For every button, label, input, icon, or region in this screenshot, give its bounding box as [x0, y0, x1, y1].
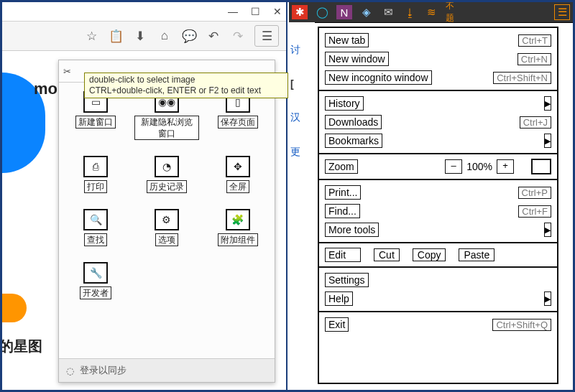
- menu-settings[interactable]: Settings: [325, 272, 551, 288]
- chrome-menu-panel: New tab Ctrl+T New window Ctrl+N New inc…: [318, 27, 558, 384]
- puzzle-icon: 🧩: [226, 209, 250, 230]
- panel-grid: ▭ 新建窗口 ◉◉ 新建隐私浏览窗口 ▯ 保存页面 ⎙ 打印 ◔ 历史记录 ✥ …: [59, 83, 275, 304]
- mail-icon[interactable]: ✉: [381, 5, 395, 19]
- window-titlebar: — ☐ ✕: [2, 2, 286, 22]
- menu-new-tab[interactable]: New tab Ctrl+T: [325, 32, 551, 48]
- menu-new-private[interactable]: ◉◉ 新建隐私浏览窗口: [134, 91, 200, 140]
- download-ext-icon[interactable]: ⭳: [402, 5, 417, 19]
- section-tools: Print... Ctrl+P Find... Ctrl+F More tool…: [319, 180, 557, 243]
- menu-save-page[interactable]: ▯ 保存页面: [205, 91, 270, 140]
- menu-bookmarks[interactable]: Bookmarks ▶: [325, 133, 551, 149]
- svg-text:✂: ✂: [63, 66, 71, 76]
- menu-find[interactable]: 🔍 查找: [63, 209, 129, 246]
- swirl-icon[interactable]: ≋: [424, 5, 438, 19]
- browser-toolbar: ☆ 📋 ⬇ ⌂ 💬 ↶ ↷ ☰: [2, 22, 286, 51]
- download-icon[interactable]: ⬇: [132, 28, 148, 44]
- sync-label: 登录以同步: [80, 364, 126, 377]
- chrome-menu-icon[interactable]: ☰: [554, 4, 570, 20]
- section-tabs: New tab Ctrl+T New window Ctrl+N New inc…: [319, 28, 557, 91]
- undo-icon[interactable]: ↶: [206, 28, 221, 44]
- menu-new-window[interactable]: New window Ctrl+N: [325, 51, 551, 67]
- menu-find[interactable]: Find... Ctrl+F: [325, 203, 551, 219]
- onenote-icon[interactable]: N: [336, 5, 352, 19]
- section-edit: Edit Cut Copy Paste: [319, 243, 557, 268]
- menu-addons[interactable]: 🧩 附加组件: [205, 209, 270, 246]
- menu-downloads[interactable]: Downloads Ctrl+J: [325, 114, 551, 130]
- menu-more-tools[interactable]: More tools ▶: [325, 222, 551, 238]
- sync-icon: ◌: [66, 365, 74, 376]
- section-exit: Exit Ctrl+Shift+Q: [319, 312, 557, 337]
- menu-incognito[interactable]: New incognito window Ctrl+Shift+N: [325, 70, 551, 85]
- diamond-icon[interactable]: ◈: [359, 5, 374, 19]
- tooltip-line2: CTRL+double-click, ENTER or F2 to edit t…: [89, 85, 283, 96]
- scissors-icon: ✂: [63, 66, 73, 76]
- menu-icon[interactable]: ☰: [254, 25, 279, 47]
- section-settings: Settings Help ▶: [319, 268, 557, 312]
- gear-icon: ⚙: [155, 209, 179, 230]
- section-history: History ▶ Downloads Ctrl+J Bookmarks ▶: [319, 91, 557, 154]
- chevron-right-icon: ▶: [544, 291, 551, 306]
- zoom-out-button[interactable]: –: [445, 159, 462, 174]
- search-icon: 🔍: [83, 209, 108, 230]
- cjk-ext-icon[interactable]: 不题: [446, 5, 460, 19]
- redo-icon[interactable]: ↷: [230, 28, 246, 44]
- menu-developer[interactable]: 🔧 开发者: [63, 262, 129, 299]
- firefox-window: — ☐ ✕ ☆ 📋 ⬇ ⌂ 💬 ↶ ↷ ☰ mo 的星图 ✂ ▭ 新建窗口 ◉◉…: [2, 2, 288, 390]
- decor-orange: [2, 294, 27, 322]
- zoom-in-button[interactable]: +: [497, 159, 514, 174]
- panel-footer[interactable]: ◌ 登录以同步: [59, 358, 275, 382]
- close-icon[interactable]: ✕: [273, 6, 282, 17]
- extensions-bar: ✱ ◯ N ◈ ✉ ⭳ ≋ 不题 ☰: [289, 2, 573, 23]
- clock-icon: ◔: [155, 156, 179, 177]
- maximize-icon[interactable]: ☐: [251, 6, 260, 17]
- bookmark-star-icon[interactable]: ☆: [83, 28, 99, 44]
- chevron-right-icon: ▶: [544, 96, 551, 111]
- lastpass-icon[interactable]: ✱: [292, 5, 308, 19]
- cut-button[interactable]: Cut: [374, 248, 400, 261]
- page-text-star: 的星图: [0, 337, 42, 356]
- paste-button[interactable]: Paste: [459, 248, 494, 261]
- zoom-row: Zoom – 100% +: [325, 159, 551, 174]
- chrome-window: ✱ ◯ N ◈ ✉ ⭳ ≋ 不题 ☰ 讨[汉更 New tab Ctrl+T N…: [289, 2, 573, 390]
- menu-print[interactable]: ⎙ 打印: [63, 156, 129, 193]
- print-icon: ⎙: [83, 156, 108, 177]
- copy-button[interactable]: Copy: [413, 248, 446, 261]
- menu-print[interactable]: Print... Ctrl+P: [325, 185, 551, 200]
- cortana-icon[interactable]: ◯: [315, 5, 329, 19]
- menu-new-window[interactable]: ▭ 新建窗口: [63, 91, 129, 140]
- chat-icon[interactable]: 💬: [181, 28, 197, 44]
- page-text-mo: mo: [34, 80, 58, 98]
- chevron-right-icon: ▶: [544, 223, 551, 237]
- menu-history[interactable]: ◔ 历史记录: [134, 156, 200, 193]
- clipboard-icon[interactable]: 📋: [108, 28, 124, 44]
- minimize-icon[interactable]: —: [228, 6, 238, 17]
- menu-history[interactable]: History ▶: [325, 95, 551, 111]
- home-icon[interactable]: ⌂: [157, 28, 172, 44]
- section-zoom: Zoom – 100% +: [319, 154, 557, 180]
- menu-help[interactable]: Help ▶: [325, 291, 551, 307]
- menu-fullscreen[interactable]: ✥ 全屏: [205, 156, 270, 193]
- fullscreen-icon: ✥: [226, 156, 250, 177]
- menu-options[interactable]: ⚙ 选项: [134, 209, 200, 246]
- page-text-strip: 讨[汉更: [289, 22, 315, 390]
- wrench-icon: 🔧: [83, 262, 108, 284]
- editor-tooltip: double-click to select image CTRL+double…: [84, 73, 288, 98]
- zoom-value: 100%: [466, 161, 492, 172]
- tooltip-line1: double-click to select image: [89, 75, 283, 85]
- edit-row: Edit Cut Copy Paste: [325, 248, 551, 262]
- firefox-menu-panel: ✂ ▭ 新建窗口 ◉◉ 新建隐私浏览窗口 ▯ 保存页面 ⎙ 打印 ◔ 历史记录: [58, 60, 275, 383]
- zoom-controls: – 100% +: [445, 159, 551, 174]
- menu-exit[interactable]: Exit Ctrl+Shift+Q: [325, 317, 551, 332]
- chevron-right-icon: ▶: [544, 134, 551, 148]
- fullscreen-button[interactable]: [531, 159, 551, 174]
